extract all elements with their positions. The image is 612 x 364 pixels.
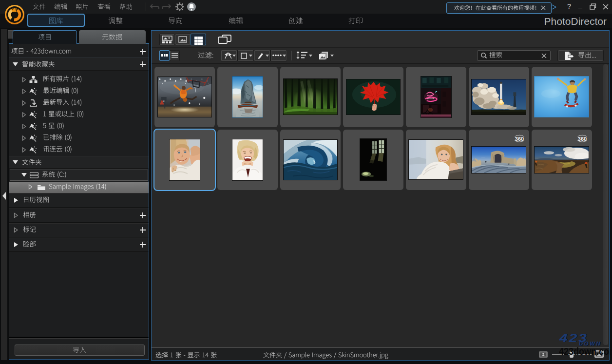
svg-text:360: 360	[515, 136, 524, 142]
svg-text:360: 360	[578, 136, 587, 142]
